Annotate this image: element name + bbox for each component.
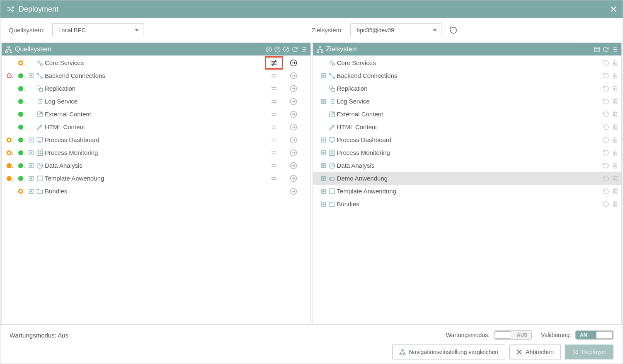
tree-row[interactable]: Data Analysis — [313, 159, 622, 172]
undo-icon[interactable] — [602, 200, 610, 208]
tree-row[interactable]: Backend Connections — [313, 69, 622, 82]
tree-row[interactable]: Log Service — [313, 95, 622, 108]
transfer-icon[interactable] — [286, 110, 301, 118]
expand-icon[interactable] — [27, 189, 35, 194]
tree-row[interactable]: .Replication — [2, 82, 310, 95]
expand-icon[interactable] — [320, 202, 327, 207]
refresh-panel-icon[interactable] — [291, 46, 298, 53]
trash-icon[interactable] — [611, 59, 619, 67]
expand-icon[interactable] — [320, 150, 327, 155]
compare-nav-label: Navigationseinstellung vergleichen — [409, 349, 499, 355]
cancel-label: Abbrechen — [526, 349, 554, 355]
trash-icon[interactable] — [611, 175, 619, 182]
trash-icon[interactable] — [611, 149, 619, 157]
transfer-icon[interactable] — [286, 97, 301, 106]
undo-icon[interactable] — [602, 72, 610, 80]
undo-icon[interactable] — [602, 136, 610, 144]
compare-nav-button[interactable]: Navigationseinstellung vergleichen — [392, 345, 506, 359]
undo-icon[interactable] — [602, 98, 610, 105]
undo-icon[interactable] — [602, 162, 610, 169]
external-icon — [35, 111, 45, 118]
status-indicator — [18, 125, 23, 130]
tree-row[interactable]: .HTML Content — [2, 121, 310, 133]
undo-icon[interactable] — [602, 188, 610, 195]
trash-icon[interactable] — [611, 85, 619, 92]
tree-item-label: HTML Content — [337, 123, 603, 130]
expand-icon[interactable] — [320, 99, 327, 104]
transfer-icon[interactable] — [286, 187, 301, 195]
tree-row[interactable]: ..Backend Connections — [2, 69, 310, 82]
transfer-icon[interactable] — [286, 149, 301, 157]
tree-row[interactable]: HTML Content — [313, 121, 622, 133]
tree-row[interactable]: Core Services — [313, 56, 622, 69]
tree-row[interactable]: Demo Anwendung — [313, 172, 622, 185]
undo-icon[interactable] — [602, 111, 610, 118]
transfer-icon[interactable] — [286, 174, 301, 183]
collapse-all-icon[interactable] — [300, 46, 307, 53]
undo-icon[interactable] — [602, 123, 610, 131]
trash-icon[interactable] — [611, 72, 619, 80]
tree-item-label: HTML Content — [45, 123, 262, 130]
expand-icon[interactable] — [320, 189, 327, 194]
tree-row[interactable]: ..Process Monitoring — [2, 146, 310, 159]
expand-icon[interactable] — [27, 137, 35, 142]
help-icon[interactable] — [274, 46, 281, 53]
tree-row[interactable]: ..Data Analysis — [2, 159, 310, 172]
transfer-icon[interactable] — [286, 59, 301, 67]
deselect-all-icon[interactable] — [265, 46, 272, 53]
cancel-button[interactable]: Abbrechen — [509, 345, 561, 359]
tree-row[interactable]: External Content — [313, 108, 622, 121]
tree-row[interactable]: ..Process Dashboard — [2, 133, 310, 146]
trash-icon[interactable] — [611, 200, 619, 208]
expand-icon[interactable] — [320, 137, 327, 142]
trash-icon[interactable] — [611, 162, 619, 169]
collapse-all-icon[interactable] — [611, 46, 618, 53]
expand-icon[interactable] — [320, 73, 327, 78]
deploy-button[interactable]: Deployen — [565, 345, 613, 359]
trash-icon[interactable] — [611, 188, 619, 195]
expand-icon[interactable] — [27, 176, 35, 181]
refresh-icon[interactable] — [449, 26, 458, 35]
select-all-icon[interactable] — [283, 46, 290, 53]
tree-item-label: Log Service — [45, 98, 262, 105]
transfer-icon[interactable] — [286, 136, 301, 144]
expand-icon[interactable] — [320, 176, 327, 181]
tree-row[interactable]: Template Anwendung — [313, 185, 622, 198]
diff-icon — [270, 149, 278, 157]
expand-icon[interactable] — [27, 150, 35, 155]
expand-arrows-icon — [327, 72, 337, 80]
tree-row[interactable]: .Core Services — [2, 56, 310, 69]
trash-icon[interactable] — [611, 136, 619, 144]
maint-target-toggle[interactable]: AUS — [494, 330, 532, 340]
expand-icon[interactable] — [27, 163, 35, 168]
source-system-select[interactable]: Local BPC — [52, 23, 143, 37]
tree-row[interactable]: Bundles — [313, 198, 622, 210]
expand-icon[interactable] — [27, 73, 35, 78]
undo-icon[interactable] — [602, 175, 610, 182]
tree-row[interactable]: Process Dashboard — [313, 133, 622, 146]
svg-rect-50 — [330, 189, 335, 194]
tree-row[interactable]: .Bundles — [2, 185, 310, 198]
undo-icon[interactable] — [602, 59, 610, 67]
target-system-select[interactable]: bpc35@dev09 — [350, 23, 441, 37]
undo-icon[interactable] — [602, 149, 610, 157]
transfer-icon[interactable] — [286, 72, 301, 80]
target-tree: Core ServicesBackend ConnectionsReplicat… — [313, 55, 622, 324]
refresh-panel-icon[interactable] — [602, 46, 609, 53]
expand-icon[interactable] — [320, 163, 327, 168]
trash-icon[interactable] — [611, 111, 619, 118]
close-icon[interactable] — [610, 6, 617, 12]
undo-icon[interactable] — [602, 85, 610, 92]
list-view-icon[interactable] — [594, 46, 601, 53]
tree-row[interactable]: ..Template Anwendung — [2, 172, 310, 185]
trash-icon[interactable] — [611, 123, 619, 131]
tree-row[interactable]: .External Content — [2, 108, 310, 121]
transfer-icon[interactable] — [286, 84, 301, 93]
tree-row[interactable]: .Log Service — [2, 95, 310, 108]
tree-row[interactable]: Process Monitoring — [313, 146, 622, 159]
transfer-icon[interactable] — [286, 162, 301, 170]
transfer-icon[interactable] — [286, 123, 301, 131]
validation-toggle[interactable]: AN — [575, 330, 613, 340]
trash-icon[interactable] — [611, 98, 619, 105]
tree-row[interactable]: Replication — [313, 82, 622, 95]
